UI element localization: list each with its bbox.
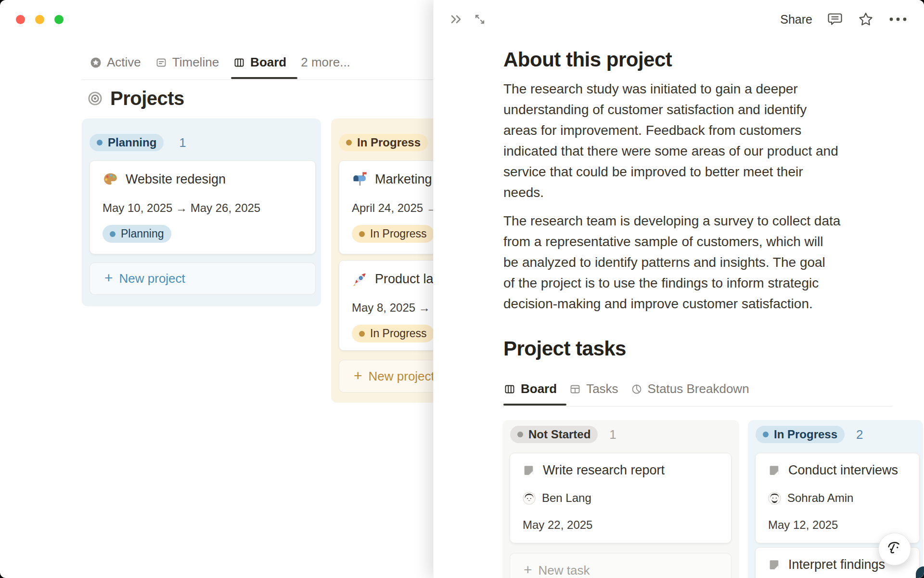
card-status-tag: In Progress [352, 325, 434, 342]
active-tab-underline [503, 404, 566, 406]
card-status-label: In Progress [370, 327, 427, 340]
share-button[interactable]: Share [780, 13, 812, 26]
tabs-divider [503, 406, 892, 407]
task-date: May 12, 2025 [768, 518, 907, 532]
task-card-write-research-report[interactable]: Write research report Ben Lang May 22, 2… [510, 453, 732, 543]
card-dates: May 10, 2025 → May 26, 2025 [103, 201, 303, 215]
column-count: 2 [856, 427, 863, 442]
status-dot [517, 432, 523, 437]
peek-panel: Share About this project The research st… [433, 0, 924, 578]
tab-more-views[interactable]: 2 more... [301, 55, 350, 70]
tab-label: Tasks [586, 381, 618, 396]
status-pill-label: Planning [108, 136, 156, 149]
new-project-label: New project [119, 271, 185, 286]
status-dot [359, 231, 365, 237]
status-dot [763, 432, 769, 437]
bullseye-icon[interactable] [88, 91, 103, 106]
view-tabs: Active Timeline Board 2 more... [90, 55, 350, 70]
status-pill-not-started[interactable]: Not Started [510, 426, 598, 443]
task-card-conduct-interviews[interactable]: Conduct interviews Sohrab Amin May 12, 2… [755, 453, 920, 543]
status-pill-label: In Progress [774, 428, 837, 441]
new-task-button[interactable]: + New task [510, 553, 732, 578]
page-title: Projects [88, 88, 184, 109]
doodle-face-icon [885, 539, 905, 559]
palette-emoji [103, 171, 118, 187]
window-close-button[interactable] [16, 15, 25, 24]
status-pill-in-progress[interactable]: In Progress [339, 134, 428, 151]
more-ellipsis-icon[interactable] [888, 16, 908, 22]
tab-active[interactable]: Active [90, 55, 141, 70]
gray-note-icon [523, 464, 535, 476]
column-header: In Progress 2 [756, 426, 863, 443]
star-circle-icon [90, 57, 102, 68]
status-dot [346, 140, 352, 145]
tab-board[interactable]: Board [233, 55, 286, 70]
page-title-text: Projects [110, 88, 184, 109]
pie-clock-icon [631, 383, 642, 395]
tab-tasks-board[interactable]: Board [504, 381, 557, 396]
timeline-icon [155, 57, 167, 68]
board-column-planning: Planning 1 Website redesign May 10, 2025… [82, 118, 321, 306]
peek-toolbar: Share [780, 10, 908, 29]
notion-ai-button[interactable] [878, 533, 911, 565]
gray-note-icon [768, 464, 780, 476]
card-status-label: Planning [121, 227, 164, 240]
board-columns-icon [233, 57, 245, 68]
tab-timeline[interactable]: Timeline [155, 55, 219, 70]
notion-window: Active Timeline Board 2 more... Projects [0, 0, 924, 578]
expand-peek-button[interactable] [473, 13, 487, 26]
gray-note-icon [768, 559, 780, 571]
tasks-column-not-started: Not Started 1 Write research report Ben … [502, 420, 739, 578]
avatar-sohrab-amin [768, 492, 781, 505]
column-header: Planning 1 [90, 134, 186, 151]
column-header: In Progress [339, 134, 428, 151]
status-pill-label: Not Started [528, 428, 590, 441]
task-title: Write research report [543, 463, 665, 478]
card-status-tag: Planning [103, 225, 171, 243]
status-pill-planning[interactable]: Planning [90, 134, 164, 151]
card-title: Website redesign [126, 172, 226, 187]
task-title: Interpret findings [788, 557, 885, 572]
assignee-name: Ben Lang [542, 491, 591, 505]
double-chevron-right-icon [450, 13, 463, 26]
window-minimize-button[interactable] [35, 15, 44, 24]
mailbox-emoji [352, 171, 368, 187]
board-columns-icon [504, 383, 515, 395]
tab-board-label: Board [250, 55, 286, 70]
tab-label: Board [521, 381, 557, 396]
column-count: 1 [609, 427, 616, 442]
tasks-view-tabs: Board Tasks Status Breakdown [504, 381, 749, 396]
assignee-row: Ben Lang [523, 491, 719, 505]
project-tasks-heading: Project tasks [503, 337, 626, 360]
plus-icon: + [524, 563, 532, 577]
status-dot [110, 231, 116, 237]
about-paragraph-1: The research study was initiated to gain… [503, 79, 838, 203]
project-card-website-redesign[interactable]: Website redesign May 10, 2025 → May 26, … [90, 160, 316, 254]
status-pill-label: In Progress [357, 136, 421, 149]
favorite-star-icon[interactable] [858, 11, 874, 27]
assignee-name: Sohrab Amin [787, 491, 853, 505]
about-paragraph-2: The research team is developing a survey… [503, 210, 840, 314]
plus-icon: + [104, 271, 113, 285]
column-count: 1 [179, 135, 186, 150]
tab-tasks-table[interactable]: Tasks [569, 381, 618, 396]
status-pill-in-progress[interactable]: In Progress [756, 426, 845, 443]
comment-icon[interactable] [827, 11, 843, 27]
new-project-button[interactable]: + New project [90, 263, 316, 295]
task-date: May 22, 2025 [523, 518, 719, 532]
tab-active-label: Active [107, 55, 141, 70]
assignee-row: Sohrab Amin [768, 491, 907, 505]
window-zoom-button[interactable] [54, 15, 64, 24]
rocket-emoji [352, 271, 368, 287]
tab-status-breakdown[interactable]: Status Breakdown [631, 381, 749, 396]
active-tab-underline [231, 77, 297, 79]
about-heading: About this project [503, 48, 672, 71]
tab-more-label: 2 more... [301, 55, 350, 70]
task-title: Conduct interviews [788, 463, 898, 478]
tab-label: Status Breakdown [648, 381, 749, 396]
new-task-label: New task [539, 563, 590, 578]
close-peek-button[interactable] [450, 13, 463, 26]
column-header: Not Started 1 [510, 426, 616, 443]
table-grid-icon [569, 383, 581, 395]
tab-timeline-label: Timeline [172, 55, 219, 70]
